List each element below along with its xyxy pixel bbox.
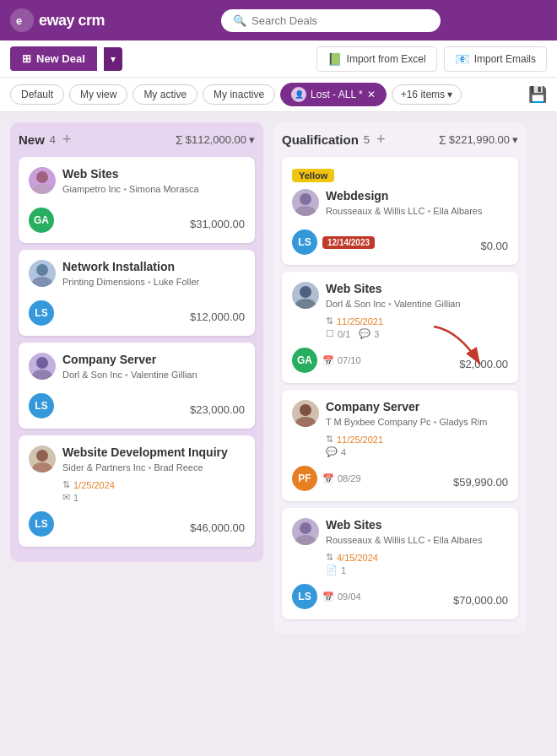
filter-default[interactable]: Default (10, 84, 64, 105)
svg-point-8 (36, 450, 48, 462)
card-qual-4[interactable]: Web Sites Rousseaux & Willis LLC • Ella … (282, 508, 518, 619)
card-meta-date-qual-3: ⇅ 11/25/2021 (326, 434, 508, 445)
card-meta-docs-qual-4: 📄 1 (326, 564, 508, 575)
svg-text:e: e (16, 14, 22, 27)
card-new-3[interactable]: Company Server Dorl & Son Inc • Valentin… (19, 343, 255, 429)
col-add-new[interactable]: + (62, 131, 72, 148)
filter-my-active[interactable]: My active (132, 84, 197, 105)
avatar-card-new-3 (29, 353, 56, 380)
card-title-new-4: Website Development Inquiry (62, 446, 245, 459)
svg-point-15 (300, 404, 311, 416)
doc-icon-q4: 📄 (326, 564, 338, 575)
col-header-new: New 4 + Σ $112,000.00 ▾ (19, 131, 255, 148)
excel-icon: 📗 (327, 52, 342, 66)
col-sum-qual: Σ $221,990.00 ▾ (439, 133, 518, 147)
import-emails-button[interactable]: 📧 Import Emails (444, 46, 547, 72)
card-subtitle-qual-2: Dorl & Son Inc • Valentine Gillian (326, 299, 508, 309)
search-input[interactable] (251, 14, 429, 27)
sort-icon-q3: ⇅ (326, 434, 333, 445)
filter-more-label: +16 items (401, 89, 445, 100)
comment-icon-q2: 💬 (359, 328, 370, 339)
card-subtitle-new-2: Printing Dimensions • Luke Foller (62, 277, 245, 287)
task-icon-q2: ☐ (326, 328, 334, 339)
calendar-icon-q2: 📅 (322, 355, 334, 366)
toolbar: ⊞ New Deal ▾ 📗 Import from Excel 📧 Impor… (0, 40, 557, 78)
calendar-icon-q4: 📅 (322, 591, 334, 602)
kanban-column-qual: Qualification 5 + Σ $221,990.00 ▾ Yellow (273, 122, 527, 756)
col-sum-value-new: $112,000.00 (186, 133, 246, 146)
svg-point-13 (295, 299, 316, 309)
card-meta-email-new-4: ✉ 1 (62, 492, 245, 503)
card-subtitle-qual-4: Rousseaux & Willis LLC • Ella Albares (326, 535, 508, 545)
svg-point-7 (32, 370, 52, 380)
card-title-new-3: Company Server (62, 353, 245, 366)
svg-point-16 (295, 417, 316, 427)
svg-point-6 (36, 357, 48, 369)
badge-yellow: Yellow (292, 169, 334, 182)
card-amount-qual-4: $70,000.00 (453, 594, 508, 607)
svg-point-18 (295, 535, 316, 545)
avatar-ls-q4: LS (292, 584, 317, 609)
col-sum-chevron-qual: ▾ (512, 133, 518, 146)
filter-my-view[interactable]: My view (69, 84, 127, 105)
save-view-icon[interactable]: 💾 (528, 85, 547, 104)
card-amount-new-3: $23,000.00 (190, 403, 245, 416)
col-sum-value-qual: $221,990.00 (449, 133, 510, 146)
card-amount-new-1: $31,000.00 (190, 218, 245, 230)
svg-point-11 (295, 206, 316, 216)
svg-point-4 (36, 264, 48, 276)
svg-point-5 (32, 277, 52, 287)
col-add-qual[interactable]: + (376, 131, 386, 148)
filter-more[interactable]: +16 items ▾ (392, 84, 462, 105)
calendar-icon-q3: 📅 (322, 473, 334, 484)
avatar-pf-q3: PF (292, 466, 317, 491)
search-bar[interactable]: 🔍 (221, 9, 441, 32)
card-date-qual-4: 4/15/2024 (337, 553, 378, 563)
card-new-2[interactable]: Network Installation Printing Dimensions… (19, 250, 255, 336)
filter-my-inactive[interactable]: My inactive (203, 84, 275, 105)
avatar-ls-2: LS (29, 300, 54, 326)
new-deal-icon: ⊞ (22, 52, 31, 65)
card-title-new-1: Web Sites (62, 167, 245, 181)
import-excel-label: Import from Excel (347, 53, 426, 65)
col-count-qual: 5 (364, 133, 370, 146)
card-qual-3[interactable]: Company Server T M Byxbee Company Pc • G… (282, 390, 518, 501)
sort-icon-q2: ⇅ (326, 316, 333, 327)
card-comments-q3: 4 (341, 447, 346, 457)
new-deal-button[interactable]: ⊞ New Deal (10, 46, 97, 71)
filter-avatar: 👤 (291, 87, 306, 102)
svg-point-2 (36, 171, 48, 183)
card-comments-q2: 3 (374, 329, 379, 339)
avatar-ls-q1: LS (292, 230, 317, 255)
card-amount-qual-3: $59,990.00 (453, 476, 508, 489)
kanban-column-new: New 4 + Σ $112,000.00 ▾ Web Sites (10, 122, 263, 756)
date-overdue-badge: 12/14/2023 (322, 236, 375, 249)
card-qual-1[interactable]: Yellow Webdesign Rousseaux & Willis LLC … (282, 157, 518, 265)
search-icon: 🔍 (233, 14, 246, 27)
card-meta-date-new-4: ⇅ 1/25/2024 (62, 479, 245, 490)
card-amount-qual-2: $2,000.00 (459, 358, 508, 370)
new-deal-dropdown[interactable]: ▾ (104, 47, 122, 71)
card-subtitle-new-4: Sider & Partners Inc • Brad Reece (62, 462, 245, 472)
col-header-qual: Qualification 5 + Σ $221,990.00 ▾ (282, 131, 518, 148)
comment-icon-q3: 💬 (326, 446, 338, 457)
card-calendar-q4: 09/04 (338, 591, 361, 602)
email-meta-icon: ✉ (62, 492, 70, 503)
card-email-new-4: 1 (73, 493, 78, 503)
logo-icon: e (10, 8, 34, 32)
import-excel-button[interactable]: 📗 Import from Excel (316, 46, 437, 72)
avatar-card-new-2 (29, 260, 56, 287)
card-amount-qual-1: $0.00 (480, 240, 508, 252)
logo[interactable]: e eway crm (10, 8, 105, 32)
avatar-card-qual-4 (292, 518, 319, 545)
card-meta-date-qual-2: ⇅ 11/25/2021 (326, 316, 508, 327)
card-new-4[interactable]: Website Development Inquiry Sider & Part… (19, 435, 255, 547)
svg-point-9 (32, 462, 52, 472)
filter-lost-all[interactable]: 👤 Lost - ALL * ✕ (280, 83, 387, 106)
app-header: e eway crm 🔍 (0, 0, 557, 40)
card-date-qual-3: 11/25/2021 (337, 435, 383, 445)
card-qual-2[interactable]: Web Sites Dorl & Son Inc • Valentine Gil… (282, 272, 518, 383)
card-new-1[interactable]: Web Sites Giampetro Inc • Simona Morasca… (19, 157, 255, 243)
col-title-new: New (19, 132, 45, 147)
card-docs-q4: 1 (341, 565, 346, 575)
